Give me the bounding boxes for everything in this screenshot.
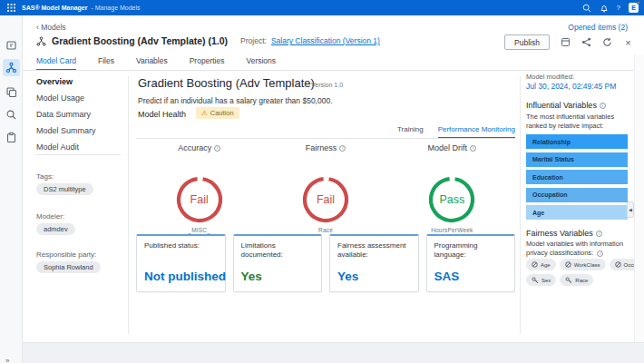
nav-divider (36, 154, 121, 155)
model-card-nav: Overview Model Usage Data Summary Model … (36, 76, 96, 153)
private-key-icon (532, 277, 539, 284)
tabs-divider (23, 70, 644, 71)
restricted-icon (615, 261, 621, 268)
projects-copy-icon[interactable] (5, 86, 17, 98)
explore-search-icon[interactable] (5, 109, 17, 121)
left-panel-divider (128, 76, 129, 334)
report-panel-icon[interactable] (561, 37, 571, 47)
help-icon[interactable]: ? (617, 5, 620, 12)
gauge-model-drift: Model Drift i Pass HoursPerWeek (389, 143, 515, 233)
fairness-pill: Age (526, 259, 556, 270)
model-drift-metric-label: HoursPerWeek (431, 227, 473, 233)
model-description: Predict if an individual has a salary gr… (138, 96, 333, 105)
nav-item-overview[interactable]: Overview (36, 76, 96, 88)
influential-bar: Age (526, 205, 628, 220)
right-panel-divider (520, 76, 521, 334)
publish-button[interactable]: Publish (504, 34, 550, 50)
model-node-icon (36, 36, 46, 46)
rail-expand-icon[interactable]: » (5, 357, 9, 363)
gauge-row: Accuracy i Fail _MISC_ Fairness i Fail (136, 143, 515, 233)
fairness-variables-desc: Model variables with information privacy… (526, 240, 633, 258)
nav-item-model-usage[interactable]: Model Usage (36, 93, 96, 104)
tab-versions[interactable]: Versions (246, 56, 276, 71)
fairness-pill: Sex (526, 274, 556, 286)
tab-variables[interactable]: Variables (136, 56, 168, 71)
gauge-accuracy: Accuracy i Fail _MISC_ (136, 143, 262, 233)
notification-dot (637, 1, 640, 5)
app-window: SAS® Model Manager - Manage Models ? E (0, 0, 644, 363)
tab-model-card[interactable]: Model Card (36, 56, 76, 71)
accuracy-metric-label: _MISC_ (188, 227, 210, 233)
gauge-fairness: Fairness i Fail Race (262, 143, 388, 233)
influential-variables-title: Influential Variables i (526, 101, 606, 110)
app-subtitle: - Manage Models (91, 5, 140, 11)
breadcrumb[interactable]: ‹ Models (36, 23, 66, 32)
info-icon[interactable]: i (339, 145, 346, 152)
panel-collapse-handle[interactable]: ◀ (627, 201, 634, 218)
scrollbar-track[interactable] (634, 54, 644, 342)
refresh-icon[interactable] (602, 37, 612, 47)
fairness-pill: WorkClass (560, 259, 606, 270)
fact-limitations-documented: Limitations documented: Yes (233, 234, 323, 292)
responsible-party-label: Responsible party: (36, 250, 96, 259)
subtab-training[interactable]: Training (397, 125, 424, 139)
app-header-bar: SAS® Model Manager - Manage Models ? E (0, 0, 644, 15)
back-chevron-icon: ‹ (36, 23, 39, 32)
info-icon[interactable]: i (214, 145, 220, 152)
fairness-gauge-ring: Fail (302, 176, 349, 223)
tab-bar: Model Card Files Variables Properties Ve… (36, 56, 276, 71)
models-icon[interactable] (5, 62, 17, 74)
fairness-pill: Race (560, 274, 593, 286)
private-key-icon (565, 277, 572, 284)
influential-bar: Marital Status (526, 152, 628, 167)
app-title: SAS® Model Manager (22, 5, 87, 11)
nav-item-data-summary[interactable]: Data Summary (36, 109, 96, 121)
responsible-party-chip: Sophia Rowland (36, 261, 101, 273)
tags-label: Tags: (36, 172, 54, 181)
recent-items-icon[interactable] (5, 39, 17, 51)
model-drift-gauge-ring: Pass (428, 176, 475, 223)
overview-model-title: Gradient Boosting (Adv Template) (138, 76, 315, 90)
page-title: Gradient Boosting (Adv Template) (1.0) (52, 35, 228, 46)
bottom-strip (23, 342, 644, 363)
restricted-icon (532, 261, 538, 268)
model-modified-label: Model modified: (526, 73, 574, 81)
share-icon[interactable] (581, 37, 591, 47)
project-link[interactable]: Salary Classification (Version 1) (271, 36, 380, 45)
notifications-bell-icon[interactable] (600, 4, 609, 13)
fact-fairness-assessment: Fairness assessment available: Yes (329, 234, 419, 292)
subtabs-divider (136, 138, 515, 139)
tab-properties[interactable]: Properties (190, 56, 225, 71)
apps-grid-icon[interactable] (7, 4, 15, 12)
subtab-performance-monitoring[interactable]: Performance Monitoring (438, 125, 515, 139)
fact-cards: Published status: Not published Limitati… (136, 234, 515, 292)
restricted-icon (565, 261, 571, 268)
search-icon[interactable] (582, 4, 591, 13)
accuracy-gauge-ring: Fail (176, 176, 223, 223)
monitoring-subtabs: Training Performance Monitoring (397, 125, 515, 139)
info-icon[interactable]: i (596, 231, 602, 237)
fairness-pills-restricted: Age WorkClass Occupation (526, 259, 644, 270)
close-icon[interactable]: × (623, 37, 633, 47)
fairness-variables-title: Fairness Variables i (526, 229, 602, 238)
fact-published-status: Published status: Not published (136, 234, 226, 292)
fact-programming-language: Programming language: SAS (426, 234, 516, 292)
influential-bar: Relationship (526, 134, 628, 149)
info-icon[interactable]: i (470, 145, 476, 152)
tasks-clipboard-icon[interactable] (5, 132, 17, 143)
info-icon[interactable]: i (600, 103, 606, 109)
nav-item-model-audit[interactable]: Model Audit (36, 142, 96, 153)
nav-item-model-summary[interactable]: Model Summary (36, 125, 96, 137)
caution-badge: ⚠ Caution (196, 107, 239, 119)
opened-items-link[interactable]: Opened items (2) (568, 23, 628, 32)
left-icon-rail: » (0, 15, 23, 363)
tag-chip: DS2 multitype (36, 183, 93, 195)
influential-variables-chart: Relationship Marital Status Education Oc… (526, 134, 628, 220)
tab-files[interactable]: Files (98, 56, 114, 71)
modeler-chip: admdev (36, 223, 75, 235)
user-avatar[interactable]: E (629, 3, 639, 13)
version-label: Version 1.0 (311, 82, 343, 88)
influential-bar: Occupation (526, 188, 628, 202)
warning-icon: ⚠ (201, 110, 208, 117)
info-icon[interactable]: i (597, 250, 603, 257)
